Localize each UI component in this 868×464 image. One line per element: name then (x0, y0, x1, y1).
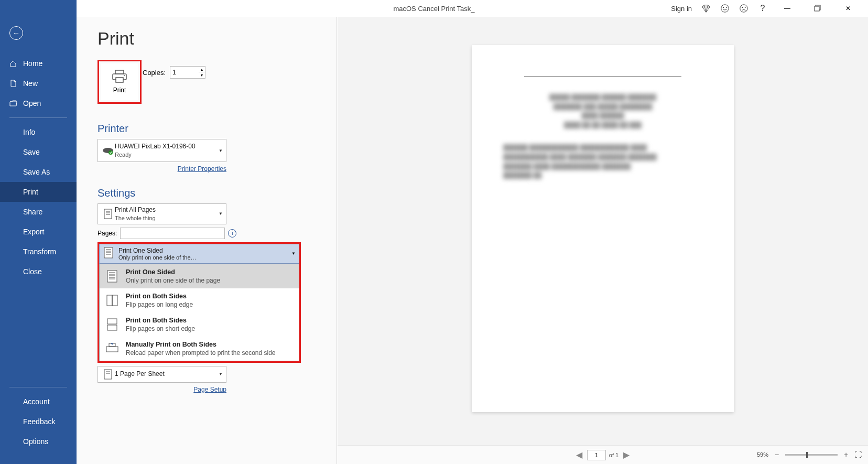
per-sheet-primary: 1 Page Per Sheet (115, 370, 219, 379)
copies-label: Copies: (143, 69, 166, 77)
sides-option-desc: Flip pages on short edge (126, 325, 195, 332)
printer-heading: Printer (97, 123, 320, 135)
prev-page-button[interactable]: ◀ (574, 450, 584, 460)
sidebar-item-label: Save As (23, 168, 50, 176)
print-range-primary: Print All Pages (115, 206, 219, 214)
svg-rect-33 (106, 347, 118, 352)
restore-button[interactable] (807, 1, 828, 16)
svg-point-1 (723, 7, 724, 8)
svg-point-3 (740, 5, 747, 12)
pages-per-sheet-selector[interactable]: 1 Page Per Sheet ▼ (97, 366, 226, 383)
copies-input[interactable] (170, 66, 199, 79)
svg-rect-23 (107, 271, 117, 282)
sidebar-item-export[interactable]: Export (0, 222, 77, 242)
sidebar-item-label: Options (23, 437, 48, 446)
close-button[interactable]: ✕ (838, 1, 859, 16)
sidebar-item-save-as[interactable]: Save As (0, 162, 77, 182)
sidebar-item-feedback[interactable]: Feedback (0, 412, 77, 431)
settings-heading: Settings (97, 187, 320, 199)
sides-option-title: Print One Sided (126, 268, 220, 276)
sidebar-item-close[interactable]: Close (0, 262, 77, 282)
sidebar-item-label: New (23, 79, 38, 88)
pages-info-icon[interactable]: i (228, 229, 236, 238)
smiley-icon[interactable] (720, 4, 730, 13)
print-preview-area: █████ ███████ ██████ ██████████████ ███ … (338, 17, 868, 445)
printer-status: Ready (115, 151, 219, 158)
next-page-button[interactable]: ▶ (622, 450, 631, 460)
chevron-down-icon: ▼ (291, 251, 296, 256)
title-bar: macOS Cancel Print Task_ Sign in ? — ✕ (0, 0, 868, 17)
sidebar-item-account[interactable]: Account (0, 392, 77, 412)
sidebar-item-print[interactable]: Print (0, 182, 77, 202)
copies-spinner[interactable]: ▲ ▼ (199, 66, 205, 79)
pages-icon (101, 208, 115, 220)
sides-option-desc: Flip pages on long edge (126, 301, 193, 308)
print-button-highlight: Print (97, 60, 142, 104)
spinner-up-icon[interactable]: ▲ (199, 67, 205, 72)
sides-option-desc: Reload paper when prompted to print the … (126, 349, 276, 357)
sidebar-item-home[interactable]: Home (0, 53, 77, 73)
svg-rect-32 (107, 325, 117, 330)
svg-rect-35 (104, 370, 112, 379)
svg-point-11 (124, 75, 125, 76)
sidebar-item-label: Save (23, 148, 40, 156)
sidebar-item-open[interactable]: Open (0, 93, 77, 113)
sidebar-item-label: Close (23, 267, 42, 276)
back-button[interactable] (9, 26, 23, 40)
svg-rect-29 (107, 295, 112, 306)
sides-option-one-sided[interactable]: Print One Sided Only print on one side o… (100, 264, 299, 288)
zoom-slider-thumb[interactable] (806, 452, 808, 458)
fit-to-window-button[interactable]: ⛶ (854, 450, 862, 459)
print-backstage: Print Print Printer i HUAWEI PixLab X1-0… (77, 17, 868, 464)
print-range-selector[interactable]: Print All Pages The whole thing ▼ (97, 203, 226, 224)
both-sides-long-icon (105, 293, 120, 308)
sidebar-item-save[interactable]: Save (0, 142, 77, 162)
minimize-button[interactable]: — (777, 1, 798, 16)
sides-selector[interactable]: Print One Sided Only print on one side o… (99, 244, 299, 264)
sidebar-item-label: Feedback (23, 417, 55, 426)
pages-input[interactable] (120, 228, 225, 239)
zoom-slider[interactable] (785, 454, 838, 456)
sides-option-manual[interactable]: Manually Print on Both Sides Reload pape… (100, 337, 299, 361)
per-sheet-icon (101, 369, 115, 380)
svg-rect-30 (112, 295, 117, 306)
sides-dropdown-panel: Print One Sided Only print on one side o… (99, 264, 299, 361)
pages-label: Pages: (97, 230, 117, 237)
printer-selector[interactable]: HUAWEI PixLab X1-0196-00 Ready ▼ (97, 139, 226, 162)
diamond-icon[interactable] (701, 4, 711, 13)
sidebar-item-options[interactable]: Options (0, 431, 77, 451)
chevron-down-icon: ▼ (219, 211, 223, 216)
sides-option-both-short[interactable]: Print on Both Sides Flip pages on short … (100, 312, 299, 337)
svg-point-2 (726, 7, 727, 8)
sides-option-both-long[interactable]: Print on Both Sides Flip pages on long e… (100, 288, 299, 312)
sidebar-item-label: Transform (23, 247, 56, 256)
sidebar-item-new[interactable]: New (0, 73, 77, 93)
sides-option-desc: Only print on one side of the page (126, 277, 220, 284)
current-page-input[interactable] (587, 450, 606, 460)
sides-current-primary: Print One Sided (118, 247, 291, 254)
page-count-label: of 1 (609, 452, 619, 458)
sidebar-item-label: Share (23, 208, 42, 216)
frown-icon[interactable] (739, 4, 748, 13)
page-setup-link[interactable]: Page Setup (89, 386, 226, 393)
svg-rect-10 (116, 78, 123, 82)
zoom-percent-label: 59% (757, 451, 768, 458)
sidebar-item-transform[interactable]: Transform (0, 242, 77, 262)
printer-ready-icon (101, 145, 115, 156)
svg-point-5 (745, 7, 746, 8)
sidebar-item-share[interactable]: Share (0, 202, 77, 222)
svg-rect-31 (107, 319, 117, 324)
printer-properties-link[interactable]: Printer Properties (89, 165, 226, 172)
zoom-out-button[interactable]: − (773, 450, 781, 459)
sidebar-item-info[interactable]: Info (0, 122, 77, 142)
help-icon[interactable]: ? (758, 4, 767, 13)
zoom-in-button[interactable]: + (842, 450, 850, 459)
print-button[interactable]: Print (101, 63, 138, 100)
preview-page: █████ ███████ ██████ ██████████████ ███ … (472, 45, 734, 412)
spinner-down-icon[interactable]: ▼ (199, 72, 205, 78)
single-side-icon (103, 246, 118, 261)
sidebar-item-label: Print (23, 188, 38, 196)
chevron-down-icon: ▼ (219, 372, 223, 376)
sides-current-secondary: Only print on one side of the… (118, 254, 291, 261)
sign-in-link[interactable]: Sign in (671, 5, 692, 13)
